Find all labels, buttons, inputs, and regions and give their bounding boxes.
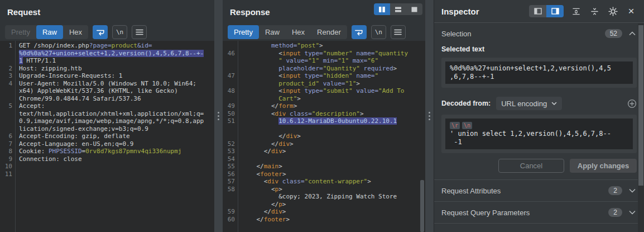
code-line: 53 </div> <box>223 148 425 155</box>
columns-layout-icon <box>378 6 386 13</box>
decoded-text-box[interactable]: \r\n ' union select 1,2,version(),4,5,6,… <box>445 119 633 149</box>
show-newlines-toggle[interactable]: \n <box>112 25 127 39</box>
collapse-all-button[interactable] <box>588 5 600 17</box>
request-title: Request <box>7 7 40 17</box>
panel-splitter[interactable] <box>425 0 434 232</box>
editor-menu-button[interactable] <box>132 25 147 39</box>
code-text: <input type="submit" value="Add To <box>242 87 404 95</box>
word-wrap-toggle[interactable] <box>93 25 108 39</box>
code-text: User-Agent: Mozilla/5.0 (Windows NT 10.0… <box>19 80 196 88</box>
line-number: 5 <box>0 102 12 110</box>
section-label: Request Query Parameters <box>441 209 530 217</box>
code-text: </div> <box>242 208 286 216</box>
response-view-tabs: PrettyRawHexRender <box>228 25 347 39</box>
line-number <box>223 57 235 65</box>
tab-pretty: Pretty <box>5 25 36 39</box>
burp-message-viewer: Request PrettyRawHex \n 1GET /shop/index… <box>0 0 644 232</box>
code-line: " value="1" min="1" max="6" <box>223 57 425 65</box>
editor-menu-button[interactable] <box>391 25 406 39</box>
selected-text-box[interactable]: %0d%0a%27+union+select+1,2,version(),4,5… <box>445 61 633 84</box>
code-text: GET /shop/index.php?page=product&id= <box>19 42 152 50</box>
response-scrollbar-thumb[interactable] <box>420 180 424 232</box>
code-line: lication/signed-exchange;v=b3;q=0.9 <box>0 125 214 133</box>
line-number: 47 <box>223 72 235 80</box>
code-line: placeholder="Quantity" required> <box>223 65 425 73</box>
splitter-handle-icon <box>429 119 430 120</box>
response-editor[interactable]: method="post">46 <input type="number" na… <box>223 41 425 232</box>
request-editor[interactable]: 1GET /shop/index.php?page=product&id=%0d… <box>0 41 214 232</box>
line-number: 11 <box>0 171 12 178</box>
splitter-handle-icon <box>218 119 219 120</box>
code-text: <input type="number" name="quantity <box>242 50 408 58</box>
inspector-actions: Cancel Apply changes <box>441 159 637 173</box>
dock-right-button[interactable] <box>546 5 564 17</box>
code-line: 5Accept: <box>0 102 214 110</box>
inspector-panel: Inspector <box>434 0 644 232</box>
line-number <box>0 125 12 133</box>
add-decoder-button[interactable] <box>627 99 637 108</box>
code-text: 10.6.12-MariaDB-0ubuntu0.22.10.1 <box>242 117 397 125</box>
collapse-all-icon <box>590 7 599 16</box>
tab-raw[interactable]: Raw <box>36 25 63 39</box>
show-newlines-toggle[interactable]: \n <box>371 25 386 39</box>
code-text: </div> <box>242 140 294 148</box>
code-line: 6Accept-Encoding: gzip, deflate <box>0 132 214 140</box>
selection-section-body: Selected text %0d%0a%27+union+select+1,2… <box>434 44 644 179</box>
line-number: 8 <box>0 148 12 155</box>
dock-left-button[interactable] <box>529 5 546 17</box>
split-columns-button[interactable] <box>374 3 390 15</box>
request-attributes-header[interactable]: Request Attributes 2 <box>434 180 644 201</box>
tab-raw[interactable]: Raw <box>259 25 286 39</box>
tab-hex[interactable]: Hex <box>63 25 88 39</box>
response-toolbar: PrettyRawHexRender \n <box>223 23 425 41</box>
mono-text-line: ' union select 1,2,version(),4,5,6,7,8-- <box>450 130 628 138</box>
line-number: 1 <box>0 42 12 50</box>
tab-hex[interactable]: Hex <box>286 25 311 39</box>
code-line: 51 10.6.12-MariaDB-0ubuntu0.22.10.1 <box>223 117 425 125</box>
request-query-parameters-header[interactable]: Request Query Parameters 2 <box>434 202 644 223</box>
decoded-from-row: Decoded from: URL encoding <box>441 97 637 110</box>
inspector-scrollbar-track[interactable] <box>638 23 644 232</box>
encoding-selected-value: URL encoding <box>501 100 547 108</box>
line-number <box>0 57 12 65</box>
dock-right-icon <box>551 8 559 15</box>
selected-text-frame: %0d%0a%27+union+select+1,2,version(),4,5… <box>441 58 637 88</box>
line-number: 3 <box>0 72 12 80</box>
selection-section-header[interactable]: Selection 52 <box>434 23 644 44</box>
rows-layout-icon <box>395 6 402 13</box>
inspector-settings-button[interactable] <box>607 5 619 17</box>
mono-text-line: ,6,7,8--+-1 <box>450 73 628 81</box>
code-line: 0.9,image/avif,image/webp,image/apng,*/*… <box>0 117 214 125</box>
code-line: 50 <div class="description"> <box>223 110 425 118</box>
line-number: 55 <box>223 163 235 171</box>
code-text: method="post"> <box>242 42 323 50</box>
expand-all-button[interactable] <box>570 5 582 17</box>
apply-changes-button[interactable]: Apply changes <box>570 159 637 173</box>
code-text: Host: zipping.htb <box>19 65 82 73</box>
code-line: 58 <p> <box>223 186 425 193</box>
request-panel-header: Request <box>0 0 214 23</box>
code-text: Chrome/99.0.4844.74 Safari/537.36 <box>19 95 141 103</box>
split-rows-button[interactable] <box>390 3 406 15</box>
line-number: 10 <box>0 163 12 171</box>
line-number <box>223 125 235 133</box>
word-wrap-toggle[interactable] <box>352 25 367 39</box>
decoded-from-label: Decoded from: <box>441 100 491 107</box>
tab-render[interactable]: Render <box>311 25 347 39</box>
selection-count-badge: 52 <box>605 29 622 38</box>
encoding-select[interactable]: URL encoding <box>496 97 562 110</box>
code-text: </div> <box>242 132 301 140</box>
inspector-title: Inspector <box>441 7 479 16</box>
cancel-button[interactable]: Cancel <box>498 159 564 173</box>
inspector-close-button[interactable]: × <box>625 5 637 17</box>
code-text: </p> <box>242 201 286 209</box>
single-pane-button[interactable] <box>406 3 422 15</box>
line-number: 7 <box>0 140 12 148</box>
line-number: 56 <box>223 171 235 178</box>
tab-pretty[interactable]: Pretty <box>228 25 259 39</box>
inspector-scrollbar-thumb[interactable] <box>638 25 643 186</box>
panel-splitter[interactable] <box>214 0 223 232</box>
line-number <box>0 50 12 58</box>
code-text: placeholder="Quantity" required> <box>242 65 397 73</box>
line-number: 57 <box>223 178 235 186</box>
